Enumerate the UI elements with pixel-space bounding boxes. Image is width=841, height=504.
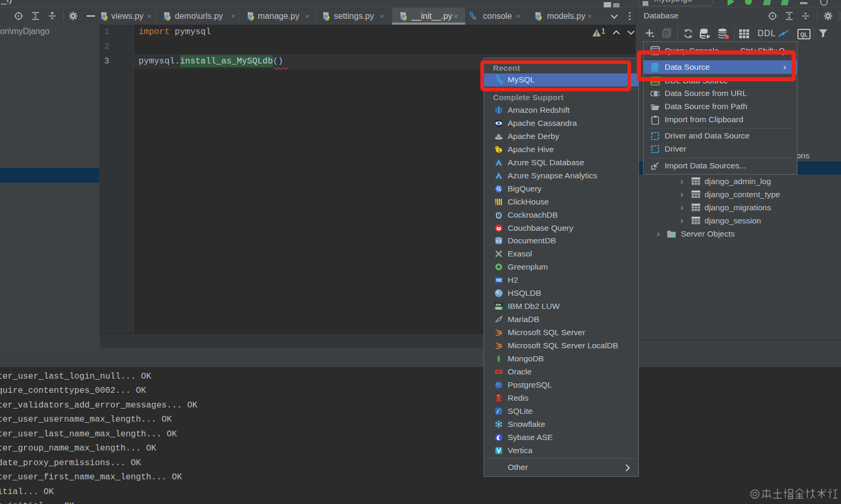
svg-text:IBM: IBM [496, 303, 501, 306]
svg-text:DB2: DB2 [496, 307, 502, 310]
svg-text:H2: H2 [496, 277, 502, 283]
svg-text:QL: QL [801, 32, 808, 38]
